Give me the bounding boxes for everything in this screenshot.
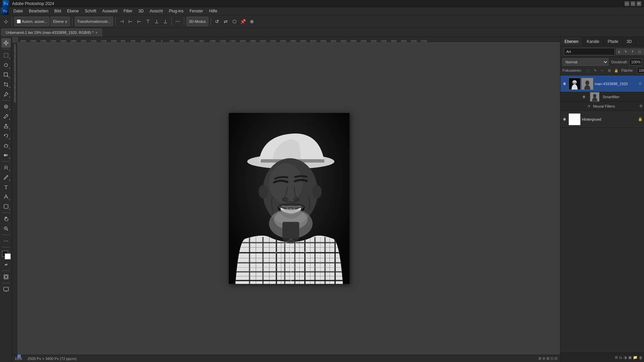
tool-lasso[interactable]: ▾: [1, 60, 11, 70]
minimize-button[interactable]: —: [625, 1, 629, 6]
layer-item-hintergrund[interactable]: Hintergrund 🔒: [560, 111, 644, 128]
opacity-input[interactable]: [629, 59, 642, 65]
canvas-link-icon[interactable]: ⊞: [615, 355, 618, 360]
lock-transparent-icon[interactable]: ⬚: [585, 67, 591, 73]
blend-mode-select[interactable]: Normal Auflösen Abdunkeln Multiplizieren…: [562, 58, 608, 66]
pin-icon[interactable]: 📌: [239, 18, 247, 25]
tool-select-rect[interactable]: ▾: [1, 51, 11, 60]
align-top-icon[interactable]: ⊤: [144, 18, 152, 25]
tool-hand[interactable]: [1, 214, 11, 224]
tab-close-button[interactable]: ×: [96, 31, 98, 35]
lock-image-icon[interactable]: ✎: [592, 67, 598, 73]
canvas-mask-icon[interactable]: ◑: [624, 355, 627, 360]
tool-text[interactable]: [1, 182, 11, 192]
filter-shape-icon[interactable]: ◻: [636, 49, 642, 55]
distribute-icon[interactable]: ⋯: [174, 18, 181, 25]
layer-item-smart[interactable]: man-4333898_1920 ⚙: [560, 75, 644, 92]
rotate-icon[interactable]: ↺: [213, 18, 221, 25]
auto-select-checkbox[interactable]: [17, 19, 21, 23]
transform-button[interactable]: Transformationsstr...: [75, 17, 113, 26]
canvas-delete-icon[interactable]: 🗑: [639, 356, 643, 360]
document-tab[interactable]: Unbenannt-1 bei 19% (man-4333898_1920, R…: [1, 28, 102, 37]
canvas[interactable]: [229, 113, 350, 284]
lock-all-icon[interactable]: 🔒: [613, 67, 619, 73]
color-selector[interactable]: [1, 250, 11, 259]
canvas-adj-icon[interactable]: ▣: [628, 355, 632, 360]
maximize-button[interactable]: □: [631, 1, 635, 6]
menu-bearbeiten[interactable]: Bearbeiten: [26, 8, 51, 14]
tool-shape[interactable]: ▾: [1, 202, 11, 211]
close-button[interactable]: ✕: [637, 1, 641, 6]
auto-select-button[interactable]: Autom. auswi...: [14, 17, 49, 26]
tool-dodge[interactable]: ▾: [1, 163, 11, 172]
tool-pen[interactable]: ▾: [1, 173, 11, 182]
tool-screen-mode[interactable]: [1, 285, 11, 294]
align-right-icon[interactable]: ⊢: [136, 18, 143, 25]
tool-gradient[interactable]: ▾: [1, 150, 11, 160]
menu-datei[interactable]: Datei: [11, 8, 25, 14]
layer-visibility-toggle-2[interactable]: [562, 117, 567, 122]
tool-brush[interactable]: ▾: [1, 112, 11, 121]
tool-zoom[interactable]: [1, 224, 11, 233]
tab-pfade[interactable]: Pfade: [604, 37, 623, 46]
tool-path-select[interactable]: ▾: [1, 192, 11, 201]
menu-3d[interactable]: 3D: [136, 8, 146, 14]
filter-edit-icon[interactable]: ✎: [623, 49, 629, 55]
3d-mode-button[interactable]: 3D-Modus: [186, 17, 208, 26]
menu-plugins[interactable]: Plug-ins: [166, 8, 186, 14]
menu-bild[interactable]: Bild: [52, 8, 64, 14]
toolbar-separator-1: [12, 17, 12, 25]
tool-quick-mask[interactable]: [1, 272, 11, 282]
svg-rect-8: [4, 204, 8, 208]
canvas-fx-icon[interactable]: fx: [619, 356, 622, 360]
menu-hilfe[interactable]: Hilfe: [207, 8, 220, 14]
ps-menu-logo[interactable]: Ps: [1, 7, 9, 15]
tool-object-select[interactable]: ▾: [1, 70, 11, 79]
tool-eraser[interactable]: ▾: [1, 141, 11, 150]
layer-visibility-toggle-1[interactable]: [562, 81, 567, 86]
ebene-button[interactable]: Ebene ∨: [51, 17, 70, 26]
neural-filter-settings[interactable]: ⚙: [639, 104, 643, 108]
align-middle-v-icon[interactable]: ⊥: [153, 18, 160, 25]
menu-ansicht[interactable]: Ansicht: [147, 8, 165, 14]
tool-extra[interactable]: ⋯: [1, 236, 11, 246]
layer-settings-icon[interactable]: ⚙: [637, 81, 643, 86]
canvas-svg: [229, 113, 350, 284]
align-left-icon[interactable]: ⊣: [118, 18, 125, 25]
tool-clone[interactable]: ▾: [1, 121, 11, 131]
filter-text-icon[interactable]: T: [630, 49, 636, 55]
menu-fenster[interactable]: Fenster: [187, 8, 206, 14]
flip-icon[interactable]: ⇄: [222, 18, 229, 25]
layer-actions-1: ⚙: [637, 81, 643, 86]
canvas-group-icon[interactable]: 📁: [633, 355, 638, 360]
menu-ebene[interactable]: Ebene: [64, 8, 82, 14]
transform-icon[interactable]: ⬡: [231, 18, 238, 25]
tool-heal[interactable]: ▾: [1, 102, 11, 111]
layer-filter-neural[interactable]: ◔ Neural Filters ⚙: [560, 102, 644, 111]
layer-filter-input[interactable]: [564, 48, 615, 55]
background-color[interactable]: [5, 253, 11, 259]
svg-point-11: [5, 276, 7, 278]
tool-move[interactable]: [1, 38, 11, 48]
tab-ebenen[interactable]: Ebenen: [560, 37, 583, 46]
fill-input[interactable]: [637, 67, 644, 74]
tool-move-icon[interactable]: ⊹: [2, 18, 9, 25]
menu-auswahl[interactable]: Auswahl: [100, 8, 120, 14]
filter-type-icon[interactable]: p: [616, 49, 622, 55]
tool-switch-colors[interactable]: ⇄: [1, 260, 11, 269]
tab-3d[interactable]: 3D: [623, 37, 636, 46]
svg-rect-0: [4, 53, 8, 57]
align-bottom-icon[interactable]: ⊥: [162, 18, 169, 25]
target-icon[interactable]: ⊕: [248, 18, 256, 25]
tab-kanaele[interactable]: Kanäle: [583, 37, 603, 46]
layer-filter-smartfilter[interactable]: Smartfilter: [560, 92, 644, 102]
align-center-h-icon[interactable]: ⊢: [127, 18, 134, 25]
svg-rect-49: [235, 252, 343, 253]
tool-eyedropper[interactable]: ▾: [1, 89, 11, 99]
tool-crop[interactable]: ▾: [1, 80, 11, 89]
lock-artboard-icon[interactable]: ⊞: [606, 67, 612, 73]
tool-history[interactable]: ▾: [1, 131, 11, 140]
menu-schrift[interactable]: Schrift: [82, 8, 99, 14]
lock-position-icon[interactable]: ↔: [599, 67, 605, 73]
menu-filter[interactable]: Filter: [121, 8, 135, 14]
